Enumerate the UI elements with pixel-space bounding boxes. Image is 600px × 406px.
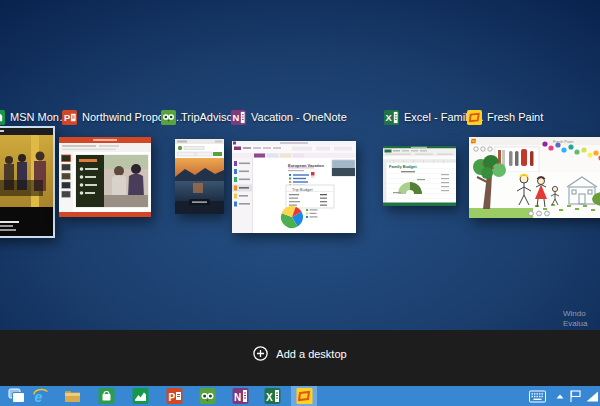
excel-icon: X: [384, 110, 399, 125]
touch-keyboard-icon: [529, 390, 546, 403]
excel-button[interactable]: X: [264, 388, 281, 404]
svg-text:N: N: [234, 392, 241, 403]
show-hidden-icons-button[interactable]: [554, 389, 566, 406]
task-view-button[interactable]: [8, 388, 25, 404]
store-icon: [98, 388, 115, 404]
svg-text:N: N: [232, 113, 239, 123]
window-thumbnail-powerpoint[interactable]: [59, 137, 151, 217]
fresh-paint-preview: [469, 137, 600, 218]
window-thumbnail-fresh-paint[interactable]: [469, 137, 600, 218]
window-label-text: Fresh Paint: [487, 111, 543, 123]
svg-text:X: X: [385, 113, 392, 123]
excel-preview: [383, 146, 456, 206]
window-label-onenote[interactable]: N Vacation - OneNote: [231, 109, 347, 125]
add-desktop-label: Add a desktop: [276, 348, 346, 360]
tripadvisor-icon: [199, 388, 216, 404]
internet-explorer-icon: e: [32, 388, 49, 404]
onenote-icon: N: [232, 388, 249, 404]
powerpoint-icon: P: [166, 388, 183, 404]
evaluation-watermark: Windo Evalua: [563, 309, 587, 329]
store-button[interactable]: [98, 388, 115, 404]
watermark-line1: Windo: [563, 309, 587, 319]
svg-text:P: P: [169, 392, 176, 403]
window-label-msn-money[interactable]: MSN Mon…: [0, 109, 70, 125]
tripadvisor-preview: [175, 139, 224, 214]
excel-icon: X: [264, 388, 281, 404]
fresh-paint-titlebar-text: Fresh Paint: [553, 139, 573, 144]
plus-circle-icon: [253, 346, 268, 361]
svg-text:P: P: [64, 113, 70, 123]
fresh-paint-icon: [296, 388, 313, 404]
msn-money-preview: [0, 128, 53, 236]
msn-money-button[interactable]: [132, 388, 149, 404]
onenote-page-heading: European Vacation: [288, 163, 324, 168]
network-signal-icon: [585, 390, 599, 403]
excel-sheet-title: Family Budget: [389, 164, 417, 169]
powerpoint-button[interactable]: P: [166, 388, 183, 404]
window-label-text: Vacation - OneNote: [251, 111, 347, 123]
chevron-up-icon: [554, 390, 566, 403]
tripadvisor-icon: [161, 110, 176, 125]
onenote-panel-title: Trip Budget: [292, 187, 313, 192]
add-desktop-button[interactable]: Add a desktop: [0, 346, 600, 361]
powerpoint-preview: [59, 137, 151, 217]
watermark-line2: Evalua: [563, 319, 587, 329]
task-view-icon: [8, 388, 25, 404]
action-center-button[interactable]: [568, 389, 582, 406]
window-label-fresh-paint[interactable]: Fresh Paint: [467, 109, 543, 125]
window-label-text: MSN Mon…: [10, 111, 70, 123]
window-thumbnail-tripadvisor[interactable]: [175, 139, 224, 214]
network-button[interactable]: [585, 389, 599, 406]
svg-text:X: X: [266, 392, 273, 403]
msn-money-icon: [0, 110, 5, 125]
flag-icon: [568, 389, 582, 403]
onenote-button[interactable]: N: [232, 388, 249, 404]
file-explorer-button[interactable]: [64, 388, 81, 404]
internet-explorer-button[interactable]: e: [32, 388, 49, 404]
fresh-paint-button[interactable]: [296, 388, 313, 404]
tripadvisor-button[interactable]: [199, 388, 216, 404]
task-view-screen: MSN Mon… P Northwind Proposa… TripAdviso…: [0, 0, 600, 406]
window-thumbnail-excel[interactable]: [383, 146, 456, 206]
msn-money-icon: [132, 388, 149, 404]
onenote-icon: N: [231, 110, 246, 125]
powerpoint-icon: P: [62, 110, 77, 125]
window-thumbnail-msn-money[interactable]: [0, 126, 55, 238]
fresh-paint-icon: [467, 110, 482, 125]
touch-keyboard-button[interactable]: [529, 389, 546, 406]
file-explorer-icon: [64, 388, 81, 404]
